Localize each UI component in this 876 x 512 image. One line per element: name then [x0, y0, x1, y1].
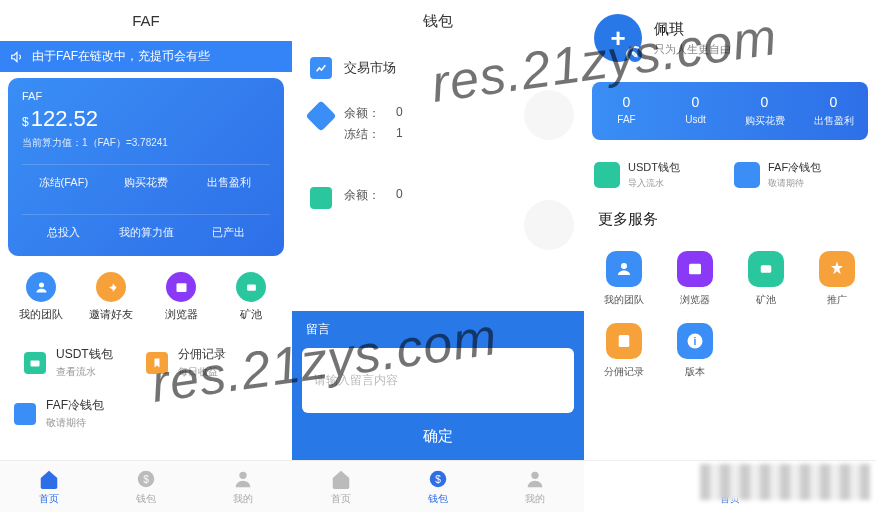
service-browser[interactable]: 浏览器: [659, 243, 730, 315]
wallet-usdt[interactable]: USDT钱包导入流水: [594, 160, 726, 190]
service-version[interactable]: i版本: [659, 315, 730, 387]
blurred-region: [700, 464, 870, 500]
pool-icon: [748, 251, 784, 287]
diamond-icon: [305, 100, 336, 131]
svg-rect-2: [247, 284, 256, 290]
record-icon: [606, 323, 642, 359]
balance-card: FAF $122.52 当前算力值：1（FAF）=3.78241 冻结(FAF)…: [8, 78, 284, 256]
pool-icon: [236, 272, 266, 302]
svg-point-10: [621, 263, 627, 269]
grid-item-team[interactable]: 我的团队: [6, 272, 76, 322]
browser-icon: [166, 272, 196, 302]
profile-header: +✎ 佩琪 只为人生更自由: [584, 0, 876, 76]
svg-point-0: [39, 282, 44, 287]
ghost-icon: [524, 200, 574, 250]
chart-icon: [310, 57, 332, 79]
list-item-commission[interactable]: 分佣记录每日收益: [146, 340, 268, 385]
message-panel: 留言 请输入留言内容 确定: [292, 311, 584, 460]
coin-icon: $: [135, 468, 157, 490]
tab-bar: 首页 $钱包 我的: [292, 460, 584, 512]
svg-rect-12: [760, 265, 771, 273]
stat-faf[interactable]: 0FAF: [592, 94, 661, 128]
home-icon: [330, 468, 352, 490]
coin-icon: $: [427, 468, 449, 490]
tab-wallet[interactable]: $钱包: [389, 461, 486, 512]
wallet-faf[interactable]: FAF冷钱包敬请期待: [734, 160, 866, 190]
card-stat[interactable]: 出售盈利: [187, 165, 270, 200]
tab-home[interactable]: 首页: [292, 461, 389, 512]
tab-me[interactable]: 我的: [195, 461, 292, 512]
grid-item-pool[interactable]: 矿池: [216, 272, 286, 322]
card-stat[interactable]: 购买花费: [105, 165, 188, 200]
message-input[interactable]: 请输入留言内容: [302, 348, 574, 413]
market-section[interactable]: 交易市场: [292, 43, 584, 93]
svg-rect-1: [176, 283, 186, 292]
more-services-title: 更多服务: [584, 204, 876, 235]
record-icon: [146, 352, 168, 374]
tab-home[interactable]: 首页: [0, 461, 97, 512]
message-title: 留言: [292, 311, 584, 348]
svg-point-6: [240, 471, 247, 478]
svg-rect-13: [618, 335, 629, 347]
confirm-button[interactable]: 确定: [292, 413, 584, 460]
wallet-icon: [594, 162, 620, 188]
profile-name: 佩琪: [654, 20, 731, 39]
tab-bar: 首页 $钱包 我的: [0, 460, 292, 512]
tab-me[interactable]: 我的: [487, 461, 584, 512]
share-icon: [96, 272, 126, 302]
page-title: FAF: [0, 0, 292, 41]
cold-wallet-icon: [734, 162, 760, 188]
avatar[interactable]: +✎: [594, 14, 642, 62]
stat-profit[interactable]: 0出售盈利: [799, 94, 868, 128]
stats-bar: 0FAF 0Usdt 0购买花费 0出售盈利: [592, 82, 868, 140]
svg-rect-3: [31, 360, 40, 366]
browser-icon: [677, 251, 713, 287]
list-item-faf[interactable]: FAF冷钱包敬请期待: [14, 391, 278, 436]
team-icon: [606, 251, 642, 287]
edit-icon[interactable]: ✎: [626, 46, 644, 64]
service-commission[interactable]: 分佣记录: [588, 315, 659, 387]
tab-bar: 首页: [584, 460, 876, 512]
team-icon: [26, 272, 56, 302]
svg-rect-11: [689, 264, 701, 275]
svg-text:$: $: [143, 473, 149, 484]
profile-tagline: 只为人生更自由: [654, 42, 731, 57]
stat-usdt[interactable]: 0Usdt: [661, 94, 730, 128]
svg-point-9: [532, 471, 539, 478]
balance-amount: $122.52: [22, 106, 270, 132]
page-title: 钱包: [292, 0, 584, 43]
sound-icon: [10, 50, 24, 64]
cold-wallet-icon: [14, 403, 36, 425]
tab-wallet[interactable]: $钱包: [97, 461, 194, 512]
grid-item-browser[interactable]: 浏览器: [146, 272, 216, 322]
announcement-text: 由于FAF在链改中，充提币会有些: [32, 48, 210, 65]
svg-text:$: $: [435, 473, 441, 484]
service-team[interactable]: 我的团队: [588, 243, 659, 315]
user-icon: [524, 468, 546, 490]
wallet-icon: [310, 187, 332, 209]
user-icon: [232, 468, 254, 490]
svg-text:i: i: [693, 335, 696, 347]
list-item-usdt[interactable]: USDT钱包查看流水: [24, 340, 146, 385]
home-icon: [38, 468, 60, 490]
service-promo[interactable]: 推广: [801, 243, 872, 315]
ghost-icon: [524, 90, 574, 140]
wallet-icon: [24, 352, 46, 374]
service-pool[interactable]: 矿池: [730, 243, 801, 315]
grid-item-invite[interactable]: 邀请好友: [76, 272, 146, 322]
promo-icon: [819, 251, 855, 287]
card-stat[interactable]: 已产出: [187, 215, 270, 250]
stat-spend[interactable]: 0购买花费: [730, 94, 799, 128]
rate-text: 当前算力值：1（FAF）=3.78241: [22, 136, 270, 150]
balance-label: FAF: [22, 90, 270, 102]
card-stat[interactable]: 冻结(FAF): [22, 165, 105, 200]
announcement-bar: 由于FAF在链改中，充提币会有些: [0, 41, 292, 72]
card-stat[interactable]: 我的算力值: [105, 215, 188, 250]
card-stat[interactable]: 总投入: [22, 215, 105, 250]
info-icon: i: [677, 323, 713, 359]
